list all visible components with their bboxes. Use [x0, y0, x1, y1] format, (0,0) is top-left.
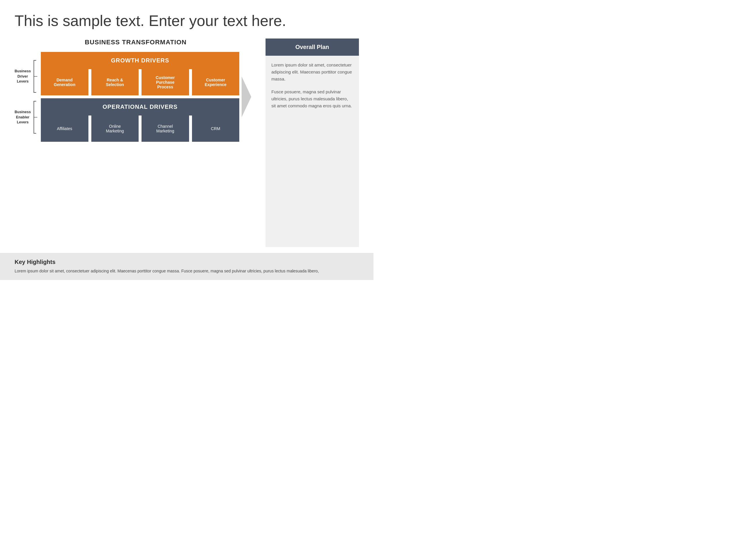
affiliates-label: Affiliates — [57, 126, 72, 131]
operational-sub-boxes-row: Affiliates OnlineMarketing ChannelMarket… — [41, 115, 239, 142]
growth-sub-boxes-row: DemandGeneration Reach &Selection Custom… — [41, 69, 239, 96]
affiliates-box: Affiliates — [41, 115, 88, 142]
channel-marketing-label: ChannelMarketing — [156, 124, 174, 133]
footer-title: Key Highlights — [15, 259, 359, 265]
bracket-group-bottom: Business Enabler Levers — [15, 97, 41, 135]
diagram-section: BUSINESS TRANSFORMATION Business Driver … — [15, 38, 257, 247]
overall-plan-paragraph1: Lorem ipsum dolor sit amet, consectetuer… — [272, 61, 353, 83]
header-section: This is sample text. Enter your text her… — [0, 0, 374, 35]
customer-purchase-label: CustomerPurchaseProcess — [156, 75, 175, 89]
diagram-with-labels: Business Driver Levers Business — [15, 52, 257, 142]
main-content: BUSINESS TRANSFORMATION Business Driver … — [0, 35, 374, 252]
channel-marketing-box: ChannelMarketing — [141, 115, 189, 142]
left-brackets-col: Business Driver Levers Business — [15, 59, 41, 135]
overall-plan-body: Lorem ipsum dolor sit amet, consectetuer… — [265, 56, 359, 247]
customer-experience-label: CustomerExperience — [205, 78, 227, 87]
business-driver-label: Business Driver Levers — [15, 69, 31, 84]
bottom-bracket-svg — [32, 100, 37, 135]
diagram-title: BUSINESS TRANSFORMATION — [85, 38, 187, 46]
grid-col: GROWTH DRIVERS DemandGeneration Reach &S… — [41, 52, 239, 142]
main-title: This is sample text. Enter your text her… — [15, 12, 359, 30]
growth-drivers-banner: GROWTH DRIVERS — [41, 52, 239, 69]
bracket-group-top: Business Driver Levers — [15, 59, 41, 97]
top-bracket-svg — [32, 59, 37, 94]
customer-purchase-box: CustomerPurchaseProcess — [141, 69, 189, 96]
online-marketing-box: OnlineMarketing — [91, 115, 139, 142]
page-wrapper: This is sample text. Enter your text her… — [0, 0, 374, 280]
footer-section: Key Highlights Lorem ipsum dolor sit ame… — [0, 253, 374, 280]
reach-selection-box: Reach &Selection — [91, 69, 139, 96]
operational-drivers-banner: OPERATIONAL DRIVERS — [41, 98, 239, 115]
svg-marker-2 — [241, 76, 251, 117]
right-panel: Overall Plan Lorem ipsum dolor sit amet,… — [265, 38, 359, 247]
arrow-col — [239, 65, 257, 129]
online-marketing-label: OnlineMarketing — [106, 124, 124, 133]
crm-label: CRM — [211, 126, 220, 131]
overall-plan-paragraph2: Fusce posuere, magna sed pulvinar ultric… — [272, 88, 353, 109]
right-arrow-svg — [240, 65, 256, 129]
business-enabler-label: Business Enabler Levers — [15, 110, 31, 125]
reach-selection-label: Reach &Selection — [106, 78, 124, 87]
customer-experience-box: CustomerExperience — [192, 69, 239, 96]
demand-generation-label: DemandGeneration — [54, 78, 75, 87]
footer-text: Lorem ipsum dolor sit amet, consectetuer… — [15, 268, 359, 274]
overall-plan-header: Overall Plan — [265, 38, 359, 56]
demand-generation-box: DemandGeneration — [41, 69, 88, 96]
crm-box: CRM — [192, 115, 239, 142]
